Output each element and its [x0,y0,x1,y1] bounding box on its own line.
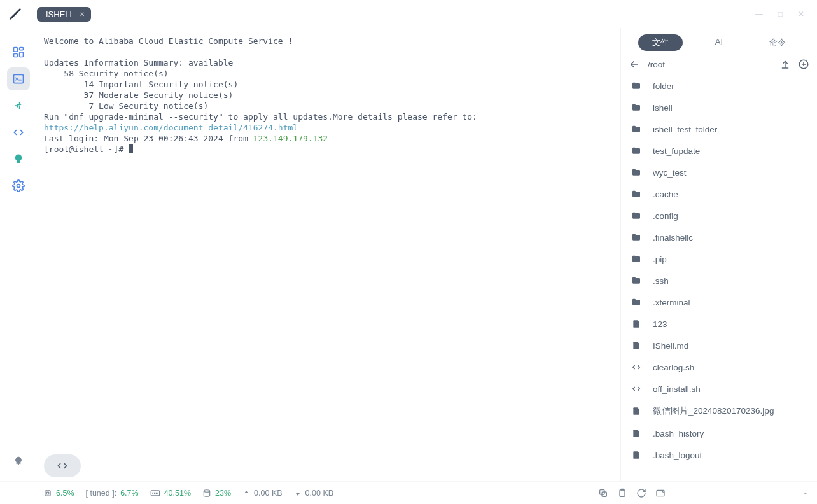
stat-cpu-value: 6.5% [56,489,74,498]
file-name: .bash_logout [653,451,702,460]
tab-ai[interactable]: AI [701,34,737,51]
right-tabs: 文件 AI 命令 [621,28,817,53]
file-row[interactable]: .config [629,205,809,227]
status-bar: 6.5% [ tuned ]: 6.7% 40.51% 23% 0.00 KB … [0,481,817,504]
close-icon[interactable]: ✕ [80,11,85,18]
svg-rect-4 [13,74,23,83]
file-name: .ssh [653,276,669,286]
sidebar-item-idea[interactable] [7,148,30,171]
terminal-line: Welcome to Alibaba Cloud Elastic Compute… [44,36,293,46]
refresh-icon[interactable] [636,488,646,498]
code-file-icon [631,362,641,372]
sidebar-item-settings[interactable] [7,174,30,197]
tab-files[interactable]: 文件 [638,34,683,51]
tab-cmd[interactable]: 命令 [755,34,800,51]
sidebar-item-rocket[interactable] [7,451,30,473]
file-row[interactable]: .cache [629,183,809,205]
file-list: folderishellishell_test_foldertest_fupda… [621,75,817,481]
fullscreen-icon[interactable] [655,488,666,498]
session-tab[interactable]: ISHELL ✕ [37,7,91,22]
current-path[interactable]: /root [648,60,772,69]
file-row[interactable]: 123 [629,313,809,335]
sidebar-item-terminal[interactable] [7,67,30,90]
stat-disk: 23% [202,489,231,498]
terminal-line: 37 Moderate Security notice(s) [44,90,233,100]
file-name: .bash_history [653,429,704,438]
sidebar-item-transfer[interactable] [7,94,30,117]
file-row[interactable]: 微信图片_20240820170236.jpg [629,400,809,423]
file-row[interactable]: ishell_test_folder [629,118,809,140]
file-name: folder [653,81,674,91]
folder-icon [631,167,641,178]
upload-icon[interactable] [780,59,790,69]
file-name: ishell [653,103,673,113]
file-row[interactable]: test_fupdate [629,140,809,162]
svg-rect-3 [13,54,17,57]
main-area: Welcome to Alibaba Cloud Elastic Compute… [0,28,817,481]
file-row[interactable]: folder [629,75,809,97]
add-icon[interactable] [798,59,809,70]
file-row[interactable]: ishell [629,97,809,118]
file-name: .cache [653,190,678,199]
file-name: test_fupdate [653,146,700,156]
window-controls: — □ ✕ [755,10,814,18]
stat-tuned: [ tuned ]: 6.7% [86,489,139,498]
paste-icon[interactable] [617,488,627,498]
file-row[interactable]: IShell.md [629,335,809,356]
file-row[interactable]: .bash_history [629,423,809,444]
svg-rect-8 [46,492,49,494]
file-row[interactable]: .bash_logout [629,444,809,466]
copy-icon[interactable] [598,488,608,498]
svg-rect-7 [45,490,50,495]
file-row[interactable]: .pip [629,248,809,270]
file-row[interactable]: wyc_test [629,162,809,183]
sidebar-item-code[interactable] [7,121,30,144]
file-name: .xterminal [653,298,690,307]
terminal-line: 14 Important Security notice(s) [44,80,238,89]
titlebar: ISHELL ✕ — □ ✕ [0,0,817,28]
file-row[interactable]: off_install.sh [629,378,809,400]
stat-download-value: 0.00 KB [305,489,333,498]
terminal-line: Run "dnf upgrade-minimal --security" to … [44,112,477,122]
file-row[interactable]: .finalshellc [629,227,809,248]
file-name: .finalshellc [653,233,693,242]
stat-tuned-value: 6.7% [120,489,139,498]
code-file-icon [631,384,641,394]
svg-point-5 [17,185,20,188]
svg-rect-15 [657,490,664,496]
maximize-button[interactable]: □ [778,10,783,18]
stat-mem: 40.51% [150,489,191,498]
back-icon[interactable] [629,59,640,70]
session-tab-label: ISHELL [46,10,74,19]
file-icon [631,340,641,351]
terminal-link[interactable]: https://help.aliyun.com/document_detail/… [44,123,298,132]
svg-rect-9 [151,491,159,496]
close-window-button[interactable]: ✕ [798,10,804,18]
minimize-button[interactable]: — [755,10,763,18]
terminal-line: Last login: Mon Sep 23 00:26:43 2024 fro… [44,134,253,143]
terminal-prompt: [root@ishell ~]# [44,144,129,154]
file-name: IShell.md [653,341,688,351]
sidebar-item-dashboard[interactable] [7,41,30,64]
file-name: off_install.sh [653,384,701,394]
sidebar-left [0,28,36,481]
file-icon [631,319,641,329]
command-toggle-button[interactable] [44,454,81,477]
folder-icon [631,189,641,199]
file-row[interactable]: .ssh [629,270,809,291]
terminal-output[interactable]: Welcome to Alibaba Cloud Elastic Compute… [36,28,620,481]
folder-icon [631,146,641,156]
file-row[interactable]: .xterminal [629,291,809,313]
folder-icon [631,211,641,221]
file-icon [631,406,641,416]
terminal-line: Updates Information Summary: available [44,58,233,67]
folder-icon [631,102,641,113]
folder-icon [631,124,641,134]
folder-icon [631,276,641,286]
status-dash: - [677,489,807,498]
file-row[interactable]: clearlog.sh [629,356,809,378]
svg-rect-1 [19,48,23,50]
folder-icon [631,232,641,242]
stat-upload-value: 0.00 KB [254,489,282,498]
right-panel: 文件 AI 命令 /root folderishellishell_test_f… [620,28,817,481]
